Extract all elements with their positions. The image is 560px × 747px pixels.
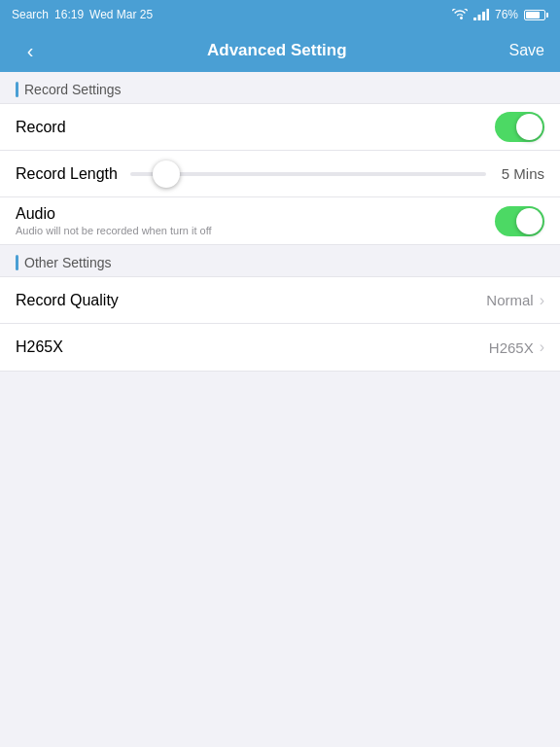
record-toggle-container[interactable] [495,112,544,142]
page-title: Advanced Setting [45,41,509,60]
record-quality-label-container: Record Quality [16,292,119,309]
signal-icon [473,9,489,20]
h265x-label-container: H265X [16,338,63,356]
record-row: Record [0,104,560,151]
h265x-value: H265X [489,339,534,356]
audio-toggle[interactable] [495,206,544,236]
audio-row: Audio Audio will not be recorded when tu… [0,197,560,244]
back-button[interactable]: ‹ [16,36,45,65]
date-label: Wed Mar 25 [89,8,153,21]
record-label: Record [16,119,66,136]
time-label: 16:19 [54,8,84,21]
record-label-container: Record [16,119,66,136]
nav-bar: ‹ Advanced Setting Save [0,29,560,72]
svg-rect-3 [486,9,489,20]
audio-toggle-container[interactable] [495,206,544,236]
record-quality-row[interactable]: Record Quality Normal › [0,277,560,324]
status-bar: Search 16:19 Wed Mar 25 76% [0,0,560,29]
h265x-label: H265X [16,338,63,356]
status-right: 76% [452,8,548,21]
record-settings-group: Record Record Length 5 Mins Audio Audio … [0,103,560,245]
record-length-value: 5 Mins [502,165,544,182]
section-bar-icon [16,82,18,97]
battery-percent: 76% [495,8,518,21]
audio-label-container: Audio Audio will not be recorded when tu… [16,205,212,236]
content: Record Settings Record Record Length 5 M… [0,72,560,372]
record-quality-label: Record Quality [16,292,119,309]
record-length-slider[interactable] [130,172,486,176]
record-length-label: Record Length [16,165,122,183]
record-settings-header: Record Settings [0,72,560,103]
search-label: Search [12,8,49,21]
other-settings-group: Record Quality Normal › H265X H265X › [0,276,560,372]
status-left: Search 16:19 Wed Mar 25 [12,8,153,21]
record-length-row: Record Length 5 Mins [0,151,560,197]
h265x-value-container: H265X › [489,338,544,356]
audio-label: Audio [16,205,212,223]
record-settings-label: Record Settings [24,82,122,97]
audio-toggle-knob [516,208,542,234]
record-quality-value: Normal [486,292,533,308]
svg-rect-1 [477,15,480,20]
battery-icon [524,10,548,20]
save-button[interactable]: Save [509,42,544,59]
h265x-chevron: › [540,338,544,356]
svg-rect-0 [473,18,476,20]
audio-sublabel: Audio will not be recorded when turn it … [16,225,212,236]
svg-rect-2 [482,12,485,20]
wifi-icon [452,9,468,20]
h265x-row[interactable]: H265X H265X › [0,324,560,371]
record-quality-value-container: Normal › [486,292,544,309]
record-toggle-knob [516,114,542,140]
other-section-bar-icon [16,255,18,270]
record-quality-chevron: › [540,292,544,309]
record-toggle[interactable] [495,112,544,142]
other-settings-label: Other Settings [24,255,112,270]
other-settings-header: Other Settings [0,245,560,276]
